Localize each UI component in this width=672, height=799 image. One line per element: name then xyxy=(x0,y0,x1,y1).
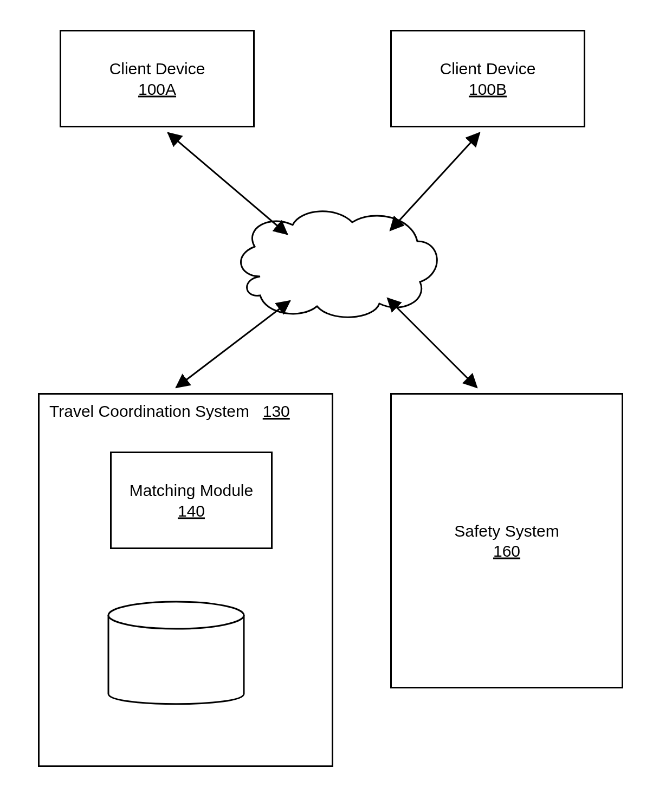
client-device-a-title: Client Device xyxy=(61,59,253,79)
tcs-title-row: Travel Coordination System 130 xyxy=(49,402,290,421)
matching-module-box: Matching Module 140 xyxy=(110,452,273,549)
safety-system-ref: 160 xyxy=(392,541,622,562)
map-data-store-title: Map Data Store xyxy=(106,640,247,660)
client-device-b-box: Client Device 100B xyxy=(390,30,585,127)
network-ref: 120 xyxy=(282,267,390,288)
safety-system-label: Safety System 160 xyxy=(392,520,622,561)
safety-system-title: Safety System xyxy=(392,520,622,541)
arrow-clientb-network xyxy=(390,133,480,230)
map-data-store-label: Map Data Store 150 xyxy=(106,640,247,680)
matching-module-title: Matching Module xyxy=(112,480,271,501)
safety-system-box: Safety System 160 xyxy=(390,393,623,688)
tcs-ref: 130 xyxy=(263,402,290,420)
network-label: Network 120 xyxy=(282,247,390,287)
client-device-b-label: Client Device 100B xyxy=(392,59,584,99)
client-device-a-label: Client Device 100A xyxy=(61,59,253,99)
network-title: Network xyxy=(282,247,390,267)
arrow-network-tcs xyxy=(176,301,290,388)
client-device-b-title: Client Device xyxy=(392,59,584,79)
arrow-clienta-network xyxy=(168,133,287,234)
matching-module-label: Matching Module 140 xyxy=(112,480,271,521)
map-data-store-ref: 150 xyxy=(106,660,247,681)
travel-coordination-system-box: Travel Coordination System 130 Matching … xyxy=(38,393,333,767)
diagram-canvas: Client Device 100A Client Device 100B Tr… xyxy=(0,0,672,799)
client-device-a-box: Client Device 100A xyxy=(60,30,255,127)
tcs-title-text: Travel Coordination System xyxy=(49,402,249,420)
client-device-a-ref: 100A xyxy=(61,79,253,99)
client-device-b-ref: 100B xyxy=(392,79,584,99)
arrow-network-safety xyxy=(387,298,477,388)
matching-module-ref: 140 xyxy=(112,500,271,521)
